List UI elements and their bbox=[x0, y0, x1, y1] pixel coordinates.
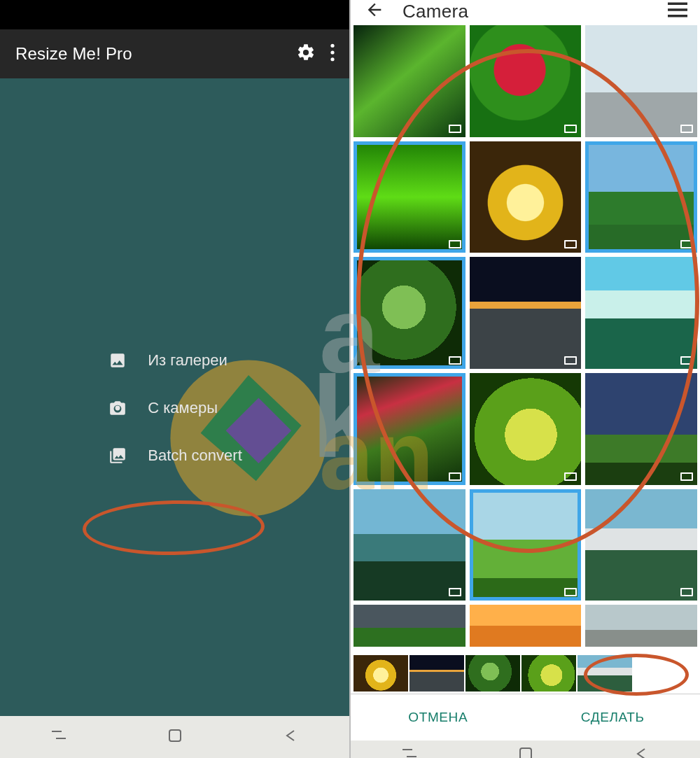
gallery-body: a an ОТМЕНА СДЕЛАТЬ bbox=[351, 22, 700, 741]
grid-thumb[interactable] bbox=[470, 373, 582, 485]
aspect-indicator-icon bbox=[449, 472, 461, 481]
grid-thumb[interactable] bbox=[470, 25, 582, 137]
aspect-indicator-icon bbox=[449, 240, 461, 248]
grid-thumb[interactable] bbox=[354, 257, 465, 369]
svg-rect-8 bbox=[668, 3, 687, 6]
menu-from-camera[interactable]: С камеры bbox=[100, 396, 249, 420]
main-menu: Из галереи С камеры Batch convert bbox=[100, 349, 249, 468]
menu-label: Batch convert bbox=[148, 447, 242, 465]
grid-thumb[interactable] bbox=[585, 489, 697, 601]
svg-point-1 bbox=[330, 50, 334, 54]
cancel-button[interactable]: ОТМЕНА bbox=[351, 700, 526, 735]
aspect-indicator-icon bbox=[449, 125, 461, 133]
selected-thumb[interactable] bbox=[410, 655, 464, 692]
svg-rect-10 bbox=[668, 15, 687, 17]
system-nav-bar bbox=[0, 716, 349, 758]
menu-batch-convert[interactable]: Batch convert bbox=[100, 444, 249, 468]
menu-label: С камеры bbox=[148, 399, 218, 417]
grid-thumb[interactable] bbox=[470, 605, 582, 647]
nav-back-icon[interactable] bbox=[269, 722, 314, 752]
aspect-indicator-icon bbox=[680, 125, 693, 133]
aspect-indicator-icon bbox=[564, 240, 577, 248]
svg-rect-9 bbox=[668, 8, 687, 11]
grid-thumb[interactable] bbox=[354, 489, 465, 601]
aspect-indicator-icon bbox=[449, 356, 461, 365]
grid-thumb[interactable] bbox=[470, 141, 582, 253]
menu-icon[interactable] bbox=[668, 1, 687, 21]
selected-images-strip bbox=[351, 654, 700, 694]
menu-label: Из галереи bbox=[148, 351, 227, 370]
annotation-highlight-batch bbox=[82, 499, 265, 557]
grid-thumb[interactable] bbox=[470, 489, 582, 601]
aspect-indicator-icon bbox=[449, 588, 461, 596]
grid-thumb[interactable] bbox=[354, 605, 465, 647]
selected-thumb[interactable] bbox=[522, 655, 576, 692]
system-nav-bar bbox=[351, 741, 700, 758]
nav-home-icon[interactable] bbox=[153, 722, 197, 752]
svg-rect-7 bbox=[169, 730, 181, 741]
back-arrow-icon[interactable] bbox=[365, 0, 384, 22]
app-bar: Resize Me! Pro bbox=[0, 29, 349, 78]
svg-text:k: k bbox=[312, 352, 349, 482]
nav-recents-icon[interactable] bbox=[36, 723, 82, 751]
grid-thumb[interactable] bbox=[585, 25, 697, 137]
aspect-indicator-icon bbox=[564, 356, 577, 365]
aspect-indicator-icon bbox=[564, 472, 577, 481]
gallery-title: Camera bbox=[402, 1, 668, 22]
image-icon bbox=[107, 351, 128, 370]
main-body: k Из галереи С камеры Batch convert bbox=[0, 78, 349, 716]
nav-home-icon[interactable] bbox=[504, 741, 547, 758]
screen-main: Resize Me! Pro k Из галереи bbox=[0, 0, 349, 758]
svg-rect-13 bbox=[520, 748, 531, 758]
app-bar: Camera bbox=[351, 0, 700, 22]
status-bar bbox=[0, 0, 349, 29]
nav-back-icon[interactable] bbox=[620, 741, 664, 758]
svg-point-0 bbox=[330, 44, 334, 48]
svg-point-2 bbox=[330, 57, 334, 61]
app-title: Resize Me! Pro bbox=[15, 44, 296, 64]
aspect-indicator-icon bbox=[564, 125, 577, 133]
grid-thumb[interactable] bbox=[354, 25, 465, 137]
menu-from-gallery[interactable]: Из галереи bbox=[100, 349, 249, 372]
aspect-indicator-icon bbox=[680, 588, 693, 596]
gear-icon[interactable] bbox=[296, 43, 316, 65]
selected-thumb[interactable] bbox=[578, 655, 632, 692]
grid-thumb[interactable] bbox=[470, 257, 582, 369]
done-button[interactable]: СДЕЛАТЬ bbox=[526, 700, 701, 735]
grid-thumb[interactable] bbox=[585, 373, 697, 485]
camera-icon bbox=[107, 399, 128, 417]
image-grid bbox=[351, 22, 700, 650]
grid-thumb[interactable] bbox=[354, 373, 465, 485]
nav-recents-icon[interactable] bbox=[386, 741, 433, 758]
grid-thumb[interactable] bbox=[585, 141, 697, 253]
grid-thumb[interactable] bbox=[585, 605, 697, 647]
grid-thumb[interactable] bbox=[585, 257, 697, 369]
more-icon[interactable] bbox=[327, 43, 338, 64]
screen-gallery: Camera a an ОТМЕНА СДЕЛАТЬ bbox=[351, 0, 700, 758]
aspect-indicator-icon bbox=[680, 472, 693, 481]
grid-thumb[interactable] bbox=[354, 141, 465, 253]
selected-thumb[interactable] bbox=[465, 655, 520, 692]
aspect-indicator-icon bbox=[680, 240, 693, 248]
collections-icon bbox=[107, 447, 128, 465]
aspect-indicator-icon bbox=[680, 356, 693, 365]
aspect-indicator-icon bbox=[564, 588, 577, 596]
selected-thumb[interactable] bbox=[354, 655, 408, 692]
button-row: ОТМЕНА СДЕЛАТЬ bbox=[351, 694, 700, 741]
